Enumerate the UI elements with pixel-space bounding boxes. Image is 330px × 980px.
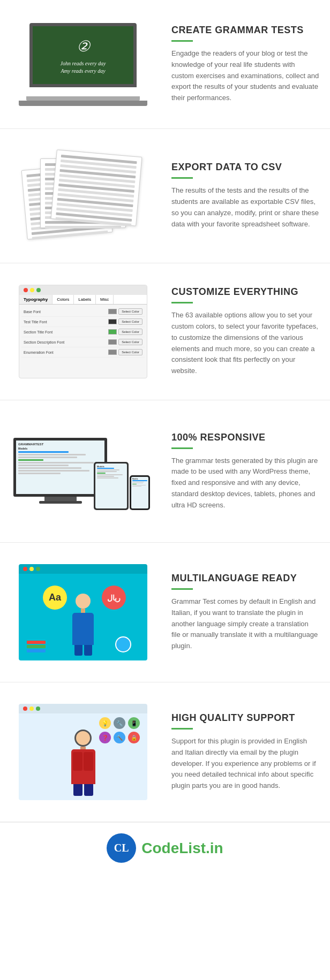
resp-tablet-screen: Models: [95, 464, 127, 508]
settings-row-section-title: Section Title Font Select Color: [21, 327, 145, 337]
resp-monitor-base: [39, 501, 82, 504]
section-divider-multilanguage: [171, 588, 193, 590]
traffic-yellow: [30, 288, 34, 292]
section-image-support: 💡 🔧 📱 ❓ 🔨 🔒: [11, 704, 155, 800]
settings-row-right: Select Color: [108, 308, 142, 315]
settings-btn-base-font[interactable]: Select Color: [118, 308, 142, 315]
settings-btn-section-title[interactable]: Select Color: [118, 329, 142, 335]
traffic-green-multi: [36, 567, 40, 571]
support-wrench-icon: 🔧: [114, 717, 125, 729]
laptop-screen-content: ② John reads every day Amy reads every d…: [58, 33, 109, 78]
codelist-logo-text: CL: [114, 842, 129, 854]
support-question-icon: ❓: [99, 732, 111, 743]
settings-color-swatch-desc: [108, 339, 117, 345]
tab-misc[interactable]: Misc: [96, 295, 114, 304]
section-responsive: GRAMMARTEST Models Model: [0, 400, 330, 543]
settings-label-base-font: Base Font: [24, 310, 41, 314]
section-text-csv: The results of the tests and the results…: [171, 185, 319, 230]
resp-monitor-stand: [44, 497, 77, 501]
section-title-csv: EXPORT DATA TO CSV: [171, 162, 319, 173]
settings-row-test-title: Test Title Font Select Color: [21, 317, 145, 327]
settings-btn-section-desc[interactable]: Select Color: [118, 339, 142, 345]
support-person-wrap: [69, 721, 98, 794]
resp-monitor: GRAMMARTEST Models: [13, 438, 107, 510]
settings-row-right-2: Select Color: [108, 318, 142, 325]
support-phone-icon: 📱: [128, 717, 140, 729]
traffic-yellow-support: [29, 706, 34, 711]
settings-color-swatch-base: [108, 309, 117, 314]
settings-label-section-title: Section Title Font: [24, 330, 52, 334]
section-grammar-tests: ② John reads every day Amy reads every d…: [0, 0, 330, 129]
csv-illustration: [19, 150, 147, 241]
section-content-customize: CUSTOMIZE EVERYTHING The 63 available op…: [166, 286, 319, 377]
multi-globe: [115, 636, 131, 652]
section-export-csv: EXPORT DATA TO CSV The results of the te…: [0, 129, 330, 263]
section-multilanguage: Aa ریال: [0, 543, 330, 682]
multi-books: [27, 641, 46, 652]
section-divider-customize: [171, 302, 193, 303]
multilanguage-illustration: Aa ریال: [19, 564, 147, 660]
settings-label-test-title: Test Title Font: [24, 320, 47, 324]
support-lightbulb-icon: 💡: [99, 717, 111, 729]
codelist-footer: CL CodeList.in: [0, 822, 330, 873]
section-text-support: Support for this plugin is provided in E…: [171, 736, 319, 792]
tab-typography[interactable]: Typography: [19, 295, 52, 304]
support-person: [69, 730, 98, 794]
settings-label-enum-font: Enumeration Font: [24, 351, 54, 354]
section-image-customize: Typography Colors Labels Misc Base Font …: [11, 285, 155, 378]
traffic-red-support: [23, 706, 27, 711]
section-divider-grammar: [171, 40, 193, 42]
section-content-support: HIGH QUALITY SUPPORT Support for this pl…: [166, 712, 319, 792]
section-title-customize: CUSTOMIZE EVERYTHING: [171, 286, 319, 298]
section-customize: Typography Colors Labels Misc Base Font …: [0, 263, 330, 400]
resp-phone-screen: Models: [131, 477, 148, 508]
section-text-grammar: Engadge the readers of your blog or test…: [171, 48, 319, 104]
resp-phone: Models: [130, 475, 150, 510]
settings-btn-enum-font[interactable]: Select Color: [118, 349, 142, 355]
tab-colors[interactable]: Colors: [52, 295, 74, 304]
section-content-csv: EXPORT DATA TO CSV The results of the te…: [166, 162, 319, 230]
section-content-responsive: 100% RESPONSIVE The grammar tests genera…: [166, 432, 319, 511]
section-divider-support: [171, 728, 193, 730]
resp-tablet: Models: [94, 462, 129, 510]
settings-row-right-3: Select Color: [108, 329, 142, 335]
section-text-customize: The 63 available options allow you to se…: [171, 310, 319, 377]
laptop-illustration: ② John reads every day Amy reads every d…: [19, 23, 147, 106]
traffic-yellow-multi: [29, 567, 34, 571]
settings-traffic-lights: [19, 285, 147, 295]
settings-label-section-desc: Section Description Font: [24, 340, 64, 344]
support-icons: 💡 🔧 📱 ❓ 🔨 🔒: [99, 717, 142, 743]
section-content-multilanguage: MULTILANGUAGE READY Grammar Test comes b…: [166, 573, 319, 652]
settings-tabs: Typography Colors Labels Misc: [19, 295, 147, 305]
speech-bubble-aa: Aa: [43, 586, 67, 610]
section-title-multilanguage: MULTILANGUAGE READY: [171, 573, 319, 584]
codelist-domain: .in: [206, 840, 223, 856]
codelist-brand-word: Code: [141, 840, 179, 856]
settings-row-right-4: Select Color: [108, 339, 142, 345]
section-image-responsive: GRAMMARTEST Models Model: [11, 422, 155, 521]
tab-labels[interactable]: Labels: [74, 295, 96, 304]
settings-btn-test-title[interactable]: Select Color: [118, 318, 142, 325]
settings-color-swatch-enum: [108, 350, 117, 355]
laptop-hinge: [26, 96, 140, 101]
codelist-logo: CL: [107, 833, 136, 863]
settings-row-enum-font: Enumeration Font Select Color: [21, 347, 145, 358]
section-title-support: HIGH QUALITY SUPPORT: [171, 712, 319, 724]
multi-person: [70, 594, 96, 652]
traffic-red: [24, 288, 28, 292]
section-text-responsive: The grammar tests generated by this plug…: [171, 455, 319, 511]
traffic-red-multi: [23, 567, 27, 571]
section-divider-responsive: [171, 447, 193, 449]
settings-row-right-5: Select Color: [108, 349, 142, 355]
support-traffic-lights: [19, 704, 147, 713]
traffic-green-support: [36, 706, 40, 711]
settings-row-base-font: Base Font Select Color: [21, 307, 145, 317]
settings-rows: Base Font Select Color Test Title Font S…: [19, 305, 147, 360]
responsive-illustration: GRAMMARTEST Models Model: [13, 422, 153, 521]
support-tools-icon: 🔨: [114, 732, 125, 743]
section-title-grammar: CREATE GRAMMAR TESTS: [171, 25, 319, 36]
laptop-base: [19, 101, 147, 106]
settings-color-swatch-section: [108, 329, 117, 335]
section-content-grammar: CREATE GRAMMAR TESTS Engadge the readers…: [166, 25, 319, 104]
multi-traffic-lights: [19, 564, 147, 574]
